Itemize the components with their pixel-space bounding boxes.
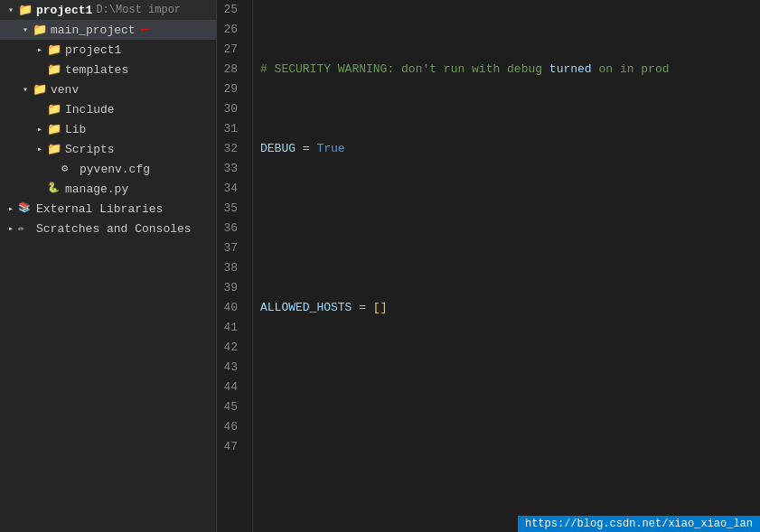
folder-icon: 📁 bbox=[33, 23, 47, 37]
sidebar-item-label: Scripts bbox=[65, 143, 115, 156]
arrow-icon bbox=[18, 84, 33, 95]
file-tree[interactable]: 📁 project1 D:\Most impor 📁 main_project … bbox=[0, 0, 217, 532]
sidebar-item-label: Include bbox=[65, 103, 115, 117]
code-line-27 bbox=[260, 219, 760, 238]
folder-icon: 📁 bbox=[33, 82, 47, 97]
arrow-icon bbox=[18, 24, 33, 35]
code-editor: 25 26 27 28 29 30 31 32 33 34 35 36 37 3… bbox=[217, 0, 760, 532]
py-file-icon: 🐍 bbox=[47, 182, 61, 196]
code-text: # SECURITY WARNING: don't run with debug… bbox=[260, 60, 670, 79]
sidebar-item-label: pyvenv.cfg bbox=[80, 163, 150, 176]
folder-icon: 📁 bbox=[47, 102, 61, 117]
sidebar-item-project1-sub[interactable]: 📁 project1 bbox=[0, 40, 216, 60]
line-numbers-gutter: 25 26 27 28 29 30 31 32 33 34 35 36 37 3… bbox=[217, 0, 253, 532]
code-line-28: ALLOWED_HOSTS = [] bbox=[260, 298, 760, 318]
code-line-29 bbox=[260, 378, 760, 397]
scratch-icon: ✏ bbox=[18, 221, 33, 236]
sidebar-item-label: project1 bbox=[65, 43, 121, 57]
arrow-icon bbox=[33, 144, 47, 154]
sidebar-item-templates[interactable]: 📁 templates bbox=[0, 60, 216, 79]
sidebar-item-external-libraries[interactable]: 📚 External Libraries bbox=[0, 199, 216, 219]
code-line-25: # SECURITY WARNING: don't run with debug… bbox=[260, 60, 760, 79]
sidebar-item-venv[interactable]: 📁 venv bbox=[0, 79, 216, 99]
sidebar-item-manage-py[interactable]: 🐍 manage.py bbox=[0, 179, 216, 199]
project-path: D:\Most impor bbox=[96, 4, 181, 16]
sidebar-item-main-project[interactable]: 📁 main_project ← bbox=[0, 20, 216, 40]
code-text: DEBUG bbox=[260, 139, 296, 159]
arrow-icon bbox=[4, 223, 18, 234]
code-lines: # SECURITY WARNING: don't run with debug… bbox=[253, 0, 760, 532]
arrow-icon bbox=[33, 44, 47, 55]
folder-icon: 📁 bbox=[47, 122, 61, 136]
sidebar-item-label: Scratches and Consoles bbox=[36, 222, 192, 236]
sidebar-item-label: venv bbox=[51, 83, 79, 97]
sidebar-item-label: External Libraries bbox=[36, 202, 163, 216]
sidebar-item-scripts[interactable]: 📁 Scripts bbox=[0, 139, 216, 159]
folder-icon: 📁 bbox=[47, 62, 61, 77]
sidebar-item-label: manage.py bbox=[65, 182, 128, 196]
url-tooltip: https://blog.csdn.net/xiao_xiao_lan bbox=[518, 516, 760, 532]
arrow-icon bbox=[4, 5, 18, 15]
code-line-26: DEBUG = True bbox=[260, 139, 760, 159]
code-line-30 bbox=[260, 457, 760, 477]
sidebar-item-pyvenv[interactable]: ⚙ pyvenv.cfg bbox=[0, 159, 216, 179]
folder-icon: 📁 bbox=[47, 42, 61, 57]
folder-icon: 📁 bbox=[47, 142, 61, 156]
arrow-icon bbox=[33, 124, 47, 135]
sidebar-item-label: project1 bbox=[36, 4, 92, 17]
library-icon: 📚 bbox=[18, 201, 33, 216]
cfg-file-icon: ⚙ bbox=[61, 162, 76, 176]
sidebar-item-label: main_project bbox=[51, 23, 136, 37]
sidebar-item-label: Lib bbox=[65, 123, 86, 136]
sidebar-item-project1-root[interactable]: 📁 project1 D:\Most impor bbox=[0, 0, 216, 20]
sidebar-item-scratches[interactable]: ✏ Scratches and Consoles bbox=[0, 219, 216, 238]
sidebar-item-include[interactable]: 📁 Include bbox=[0, 99, 216, 119]
sidebar-item-lib[interactable]: 📁 Lib bbox=[0, 119, 216, 139]
red-arrow-icon: ← bbox=[141, 22, 150, 38]
arrow-icon bbox=[4, 203, 18, 214]
sidebar-item-label: templates bbox=[65, 63, 128, 77]
folder-icon: 📁 bbox=[18, 3, 33, 17]
